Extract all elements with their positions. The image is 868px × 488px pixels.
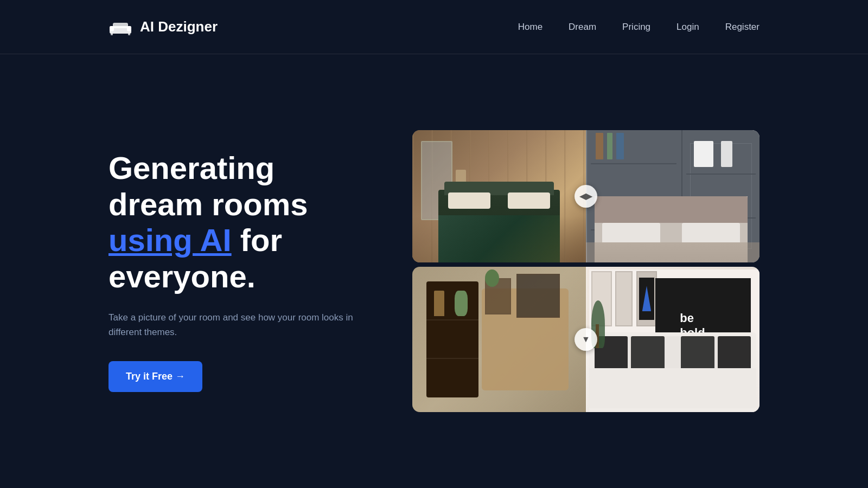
logo-text: AI Dezigner <box>140 18 218 35</box>
bedroom-panel: ◀▶ <box>412 130 760 262</box>
hero-title-highlight: using AI <box>108 222 232 258</box>
plant-small <box>455 291 468 316</box>
wall-hanging-2 <box>516 274 560 317</box>
sofa-background <box>586 332 760 413</box>
pillow-right <box>508 192 550 209</box>
bed-element <box>438 190 560 262</box>
svg-rect-5 <box>128 33 130 35</box>
nav-register[interactable]: Register <box>725 22 760 33</box>
floor-element <box>586 242 760 262</box>
sofa-icon <box>108 18 132 36</box>
living-before <box>412 267 586 412</box>
living-slider[interactable]: ▼ <box>575 328 597 351</box>
cabinet-shelf-2 <box>426 358 478 359</box>
blanket <box>438 215 560 262</box>
bedroom-after <box>586 130 760 262</box>
bold-line1: be <box>680 311 726 325</box>
sofa-element <box>589 332 756 413</box>
header: AI Dezigner Home Dream Pricing Login Reg… <box>0 0 868 54</box>
triangle-shape <box>642 286 652 311</box>
art-frame-3 <box>636 271 657 326</box>
bedroom-before <box>412 130 586 262</box>
sofa-seat <box>589 368 756 408</box>
down-arrow-icon: ▼ <box>582 335 590 344</box>
book-1 <box>596 133 603 159</box>
navigation: Home Dream Pricing Login Register <box>518 22 760 33</box>
hero-title-part1: Generating dream rooms <box>108 150 308 222</box>
hero-section: Generating dream rooms using AI for ever… <box>108 150 369 392</box>
art-frame-2 <box>615 271 633 326</box>
logo: AI Dezigner <box>108 18 218 36</box>
cabinet-shelf-1 <box>426 319 478 320</box>
book-2 <box>607 133 613 159</box>
frame-pattern <box>639 278 654 320</box>
bedroom-slider[interactable]: ◀▶ <box>575 185 597 208</box>
pillow-left <box>448 192 490 209</box>
book-3 <box>616 133 624 159</box>
svg-rect-3 <box>113 23 128 28</box>
bed-headboard <box>595 196 748 223</box>
shelf-item-2 <box>721 141 732 168</box>
nav-login[interactable]: Login <box>676 22 699 33</box>
nav-pricing[interactable]: Pricing <box>622 22 650 33</box>
image-panels: ◀▶ <box>412 130 760 412</box>
cabinet-element <box>426 281 478 398</box>
living-room-panel: ▼ be bold, <box>412 267 760 412</box>
slider-arrows-icon: ◀▶ <box>579 191 592 201</box>
main-content: Generating dream rooms using AI for ever… <box>0 54 868 488</box>
nav-home[interactable]: Home <box>518 22 542 33</box>
hero-description: Take a picture of your room and see how … <box>108 310 369 339</box>
hero-title: Generating dream rooms using AI for ever… <box>108 150 369 295</box>
try-free-button[interactable]: Try it Free → <box>108 361 202 392</box>
svg-rect-4 <box>111 33 113 35</box>
shelf-top <box>686 174 756 175</box>
shelf-item-1 <box>694 141 713 168</box>
living-after: be bold, brave & brilliant. <box>586 267 760 412</box>
cabinet-item-1 <box>434 291 444 316</box>
bs-shelf-1 <box>591 163 676 164</box>
nav-dream[interactable]: Dream <box>569 22 596 33</box>
